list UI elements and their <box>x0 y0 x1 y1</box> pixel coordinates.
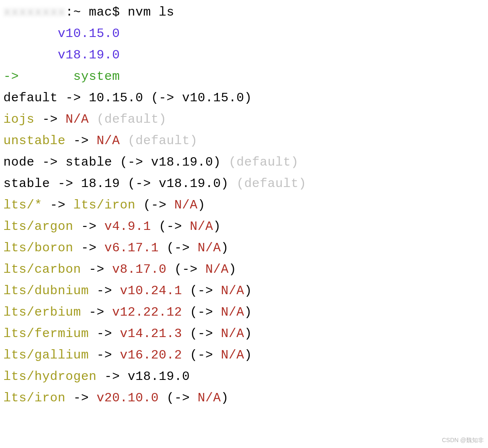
terminal-text-segment: v8.17.0 <box>112 262 167 277</box>
terminal-text-segment: -> <box>42 198 73 212</box>
terminal-text-segment: ) <box>229 262 237 277</box>
terminal-text-segment <box>89 112 97 126</box>
terminal-text-segment: ) <box>244 305 252 319</box>
terminal-text-segment: (default) <box>128 134 198 148</box>
terminal-text-segment: (-> <box>167 262 206 277</box>
terminal-text-segment: lts/carbon <box>3 262 81 277</box>
terminal-text-segment: ) <box>213 219 221 234</box>
terminal-text-segment: ) <box>244 327 252 341</box>
terminal-text-segment: ) <box>198 198 206 212</box>
terminal-line: -> system <box>3 66 485 87</box>
terminal-line: lts/boron -> v6.17.1 (-> N/A) <box>3 237 485 259</box>
terminal-line: default -> 10.15.0 (-> v10.15.0) <box>3 87 485 109</box>
terminal-line: lts/erbium -> v12.22.12 (-> N/A) <box>3 302 485 323</box>
terminal-text-segment: (-> <box>151 219 190 234</box>
terminal-text-segment: v6.17.1 <box>105 241 159 255</box>
terminal-text-segment: v16.20.2 <box>120 348 182 362</box>
terminal-text-segment: -> v18.19.0 <box>97 369 190 384</box>
terminal-text-segment <box>120 134 128 148</box>
terminal-text-segment: N/A <box>198 241 221 255</box>
terminal-text-segment: v12.22.12 <box>112 305 182 319</box>
terminal-text-segment: -> <box>73 219 105 234</box>
terminal-text-segment: lts/iron <box>3 391 66 405</box>
terminal-text-segment: (-> <box>182 327 221 341</box>
terminal-text-segment: xxxxxxxx <box>3 5 66 19</box>
terminal-text-segment: :~ mac$ nvm ls <box>66 5 174 19</box>
terminal-text-segment: lts/fermium <box>3 327 89 341</box>
terminal-text-segment: (-> <box>182 348 221 362</box>
terminal-text-segment: lts/argon <box>3 219 73 234</box>
terminal-line: lts/* -> lts/iron (-> N/A) <box>3 195 485 216</box>
terminal-text-segment: N/A <box>174 198 198 212</box>
terminal-text-segment: v4.9.1 <box>105 219 151 234</box>
terminal-text-segment: v10.15.0 <box>58 26 120 41</box>
terminal-text-segment: N/A <box>66 112 89 126</box>
terminal-text-segment: v20.10.0 <box>97 391 159 405</box>
terminal-text-segment: unstable <box>3 134 66 148</box>
terminal-text-segment: (default) <box>229 155 299 169</box>
terminal-line: lts/fermium -> v14.21.3 (-> N/A) <box>3 323 485 345</box>
terminal-text-segment: lts/erbium <box>3 305 81 319</box>
terminal-text-segment: (-> <box>159 391 198 405</box>
terminal-text-segment: (-> <box>182 305 221 319</box>
terminal-text-segment: N/A <box>97 134 120 148</box>
terminal-line: lts/gallium -> v16.20.2 (-> N/A) <box>3 345 485 366</box>
terminal-text-segment: stable -> 18.19 (-> v18.19.0) <box>3 177 236 191</box>
terminal-text-segment: N/A <box>221 305 244 319</box>
terminal-text-segment: default -> 10.15.0 (-> v10.15.0) <box>3 91 252 105</box>
terminal-line: node -> stable (-> v18.19.0) (default) <box>3 152 485 173</box>
terminal-text-segment: (-> <box>159 241 198 255</box>
terminal-text-segment: -> <box>89 284 120 298</box>
terminal-text-segment: -> <box>66 391 97 405</box>
terminal-line: lts/argon -> v4.9.1 (-> N/A) <box>3 216 485 237</box>
terminal-text-segment: ) <box>221 241 229 255</box>
terminal-text-segment: v14.21.3 <box>120 327 182 341</box>
terminal-text-segment: -> <box>73 241 105 255</box>
terminal-text-segment: lts/* <box>3 198 42 212</box>
terminal-line: iojs -> N/A (default) <box>3 109 485 130</box>
terminal-text-segment: lts/boron <box>3 241 73 255</box>
terminal-text-segment: node -> stable (-> v18.19.0) <box>3 155 229 169</box>
terminal-text-segment: lts/iron <box>73 198 136 212</box>
terminal-line: xxxxxxxx:~ mac$ nvm ls <box>3 2 485 23</box>
terminal-text-segment: iojs <box>3 112 34 126</box>
terminal-text-segment: N/A <box>221 284 244 298</box>
terminal-line: lts/carbon -> v8.17.0 (-> N/A) <box>3 259 485 280</box>
terminal-output: xxxxxxxx:~ mac$ nvm ls v10.15.0 v18.19.0… <box>0 0 488 412</box>
terminal-text-segment: -> <box>34 112 66 126</box>
terminal-text-segment: -> <box>89 348 120 362</box>
terminal-line: lts/iron -> v20.10.0 (-> N/A) <box>3 387 485 409</box>
terminal-text-segment: -> <box>89 327 120 341</box>
terminal-text-segment: ) <box>244 284 252 298</box>
terminal-text-segment: N/A <box>221 327 244 341</box>
terminal-text-segment: -> <box>66 134 97 148</box>
terminal-line: lts/dubnium -> v10.24.1 (-> N/A) <box>3 280 485 302</box>
terminal-text-segment: v10.24.1 <box>120 284 182 298</box>
terminal-text-segment <box>19 69 73 84</box>
terminal-text-segment: lts/gallium <box>3 348 89 362</box>
terminal-text-segment: N/A <box>190 219 213 234</box>
terminal-text-segment: (default) <box>97 112 167 126</box>
terminal-line: v18.19.0 <box>3 45 485 66</box>
terminal-text-segment: N/A <box>198 391 221 405</box>
terminal-text-segment <box>3 48 58 62</box>
terminal-text-segment: ) <box>244 348 252 362</box>
terminal-text-segment: system <box>73 69 120 84</box>
terminal-line: unstable -> N/A (default) <box>3 130 485 152</box>
terminal-text-segment: ) <box>221 391 229 405</box>
terminal-line: stable -> 18.19 (-> v18.19.0) (default) <box>3 173 485 195</box>
terminal-text-segment: N/A <box>205 262 229 277</box>
terminal-text-segment: lts/hydrogen <box>3 369 97 384</box>
terminal-text-segment: N/A <box>221 348 244 362</box>
terminal-text-segment: -> <box>81 262 112 277</box>
terminal-text-segment: lts/dubnium <box>3 284 89 298</box>
terminal-text-segment <box>3 26 58 41</box>
terminal-text-segment: v18.19.0 <box>58 48 120 62</box>
terminal-text-segment: -> <box>3 69 19 84</box>
terminal-line: lts/hydrogen -> v18.19.0 <box>3 366 485 387</box>
terminal-text-segment: (-> <box>182 284 221 298</box>
terminal-text-segment: (-> <box>136 198 175 212</box>
terminal-line: v10.15.0 <box>3 23 485 45</box>
terminal-text-segment: -> <box>81 305 112 319</box>
terminal-text-segment: (default) <box>236 177 307 191</box>
